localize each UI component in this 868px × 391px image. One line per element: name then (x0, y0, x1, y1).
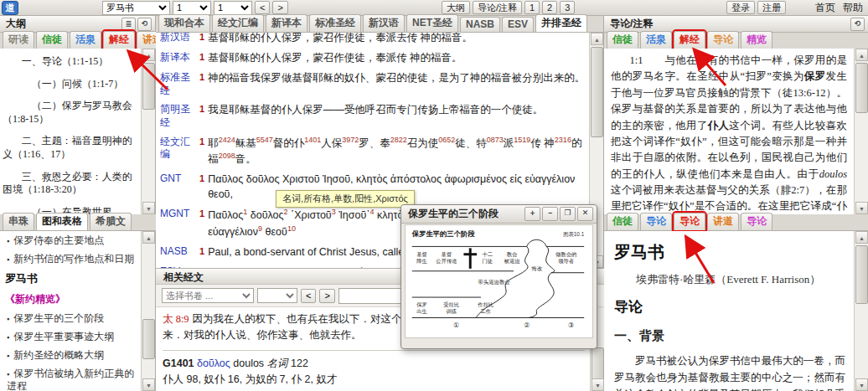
register-button[interactable]: 注册 (757, 1, 786, 14)
bible-version-tab[interactable]: NET圣经 (406, 14, 458, 32)
bible-version-tab[interactable]: 现和合本 (158, 14, 210, 32)
restore-icon[interactable]: ❐ (560, 207, 576, 221)
scroll-up-icon[interactable]: ▲ (855, 231, 868, 244)
scroll-up-icon[interactable]: ▲ (142, 231, 155, 244)
home-link[interactable]: 首页 (815, 1, 835, 15)
book-select[interactable]: 罗马书 (102, 1, 170, 15)
related-prev-button[interactable]: < (301, 289, 316, 303)
chart-list-item[interactable]: 保罗生平的三个阶段 (7, 312, 140, 325)
bible-version-tab[interactable]: 经文汇编 (212, 14, 264, 32)
diagram-label: 十二 (482, 251, 493, 257)
help-link[interactable]: 帮助 (843, 1, 863, 15)
outline-view-button[interactable]: 大纲 (442, 1, 470, 14)
related-chapter-select[interactable] (257, 288, 297, 303)
charts-series-title[interactable]: 《新约精览》 (5, 292, 140, 306)
commentary-tab[interactable]: 解经 (674, 31, 705, 49)
list-icon[interactable]: ≣ (121, 18, 136, 31)
charts-scrollbar[interactable]: ▲ ▼ (141, 231, 155, 391)
outline-tab[interactable]: 研读 (3, 31, 34, 49)
chart-list-item[interactable]: 新约圣经的概略大纲 (7, 349, 140, 362)
outline-tab[interactable]: 解经 (103, 31, 135, 49)
minimize-icon[interactable]: － (542, 207, 558, 221)
scroll-down-icon[interactable]: ▼ (142, 378, 155, 391)
commentary-scrollbar[interactable]: ▲ ▼ (854, 49, 868, 214)
outline-scrollbar[interactable]: ▲ ▼ (141, 49, 155, 214)
chart-list-item[interactable]: 保罗生平重要事迹大纲 (7, 331, 140, 343)
bible-version-label[interactable]: 标准圣经 (160, 70, 199, 97)
verse-number: 1 (199, 244, 204, 260)
outline-tab[interactable]: 信徒 (36, 31, 68, 49)
scroll-down-icon[interactable]: ▼ (855, 202, 868, 214)
float-window-titlebar[interactable]: 保罗生平的三个阶段 ＋ － ❐ ✕ (401, 205, 597, 224)
bible-version-label[interactable]: 经文汇编 (160, 135, 199, 167)
outline-item[interactable]: 二、主题：福音显明神的义（1:16、17） (3, 135, 140, 161)
stage-number: ③ (568, 322, 574, 329)
login-button[interactable]: 登录 (726, 1, 755, 14)
introduction-scrollbar[interactable]: ▲ ▼ (854, 231, 868, 391)
chart-list-item[interactable]: 新约书信的写作地点和日期 (7, 253, 140, 265)
scroll-down-icon[interactable]: ▼ (855, 378, 868, 391)
bible-version-label[interactable]: 新译本 (160, 50, 199, 65)
bible-version-label[interactable]: NASB (160, 244, 199, 260)
outline-item[interactable]: 一、导论（1:1-15） (3, 55, 140, 69)
scroll-up-icon[interactable]: ▲ (591, 33, 603, 45)
refresh-icon[interactable]: ⟲ (850, 18, 865, 31)
bible-version-label[interactable]: 新汉语 (160, 33, 199, 45)
bible-version-tab[interactable]: NASB (460, 17, 500, 32)
scrollbar-thumb[interactable] (142, 63, 155, 110)
charts-tab[interactable]: 希腊文 (90, 213, 132, 230)
bible-version-label[interactable]: 简明圣经 (160, 102, 199, 129)
commentary-tab[interactable]: 活泉 (640, 31, 672, 49)
introduction-tab[interactable]: 导论 (674, 213, 705, 230)
scroll-up-icon[interactable]: ▲ (142, 49, 155, 61)
introduction-tab[interactable]: 导论 (741, 213, 772, 230)
next-chapter-button[interactable]: > (272, 1, 287, 14)
verse-number: 1 (199, 135, 204, 167)
app-logo[interactable]: 道 (2, 1, 18, 15)
bible-version-tab[interactable]: ESV (502, 17, 534, 32)
prev-chapter-button[interactable]: < (255, 1, 270, 14)
scroll-down-icon[interactable]: ▼ (592, 378, 604, 391)
scrollbar-thumb[interactable] (855, 63, 868, 113)
scroll-up-icon[interactable]: ▲ (855, 49, 868, 61)
introduction-tab[interactable]: 信徒 (607, 213, 638, 230)
layout-3-button[interactable]: 3 (560, 1, 575, 14)
layout-1-button[interactable]: 1 (524, 1, 540, 14)
commentary-tab[interactable]: 精览 (741, 31, 772, 49)
verse-select[interactable]: 1 (214, 1, 252, 15)
layout-2-button[interactable]: 2 (542, 1, 557, 14)
outline-tab[interactable]: 活泉 (70, 31, 101, 49)
introduction-tab[interactable]: 讲道 (707, 213, 739, 230)
diagram-label: 训练 (446, 308, 457, 314)
refresh-icon[interactable]: ⟲ (137, 18, 152, 31)
verse-reference[interactable]: 太 8:9 (163, 313, 189, 325)
bible-version-tab[interactable]: 标准圣经 (309, 14, 361, 32)
charts-tab[interactable]: 串珠 (3, 213, 34, 230)
related-next-button[interactable]: > (319, 289, 334, 303)
bible-version-tab[interactable]: 并排圣经 (535, 14, 587, 32)
commentary-tab[interactable]: 信徒 (607, 31, 638, 49)
zoom-in-icon[interactable]: ＋ (524, 207, 540, 221)
bible-version-tab[interactable]: 新译本 (266, 14, 307, 32)
bible-version-label[interactable]: MGNT (160, 207, 199, 239)
outline-item[interactable]: （一）问候（1:1-7） (3, 78, 140, 91)
chapter-select[interactable]: 1 (173, 1, 211, 15)
outline-item[interactable]: 三、救恩之必要：人类的困境（1:18-3:20） (3, 171, 140, 197)
close-icon[interactable]: ✕ (577, 207, 593, 221)
scrollbar-thumb[interactable] (591, 47, 603, 137)
chart-float-window[interactable]: 保罗生平的三个阶段 ＋ － ❐ ✕ 保罗生平的三个阶段 图表10.1 (400, 204, 597, 349)
chart-list-item[interactable]: 保罗书信被纳入新约正典的进程 (7, 368, 140, 391)
scrollbar-thumb[interactable] (855, 245, 868, 304)
bible-version-tab[interactable]: 新汉语 (363, 14, 405, 32)
intro-view-button[interactable]: 导论/注释 (473, 1, 522, 14)
bible-version-label[interactable]: GNT (160, 172, 199, 202)
scroll-down-icon[interactable]: ▼ (142, 202, 155, 214)
charts-tab[interactable]: 图和表格 (36, 213, 88, 230)
commentary-tab[interactable]: 导论 (707, 31, 739, 49)
chart-list-item[interactable]: 保罗侍奉的主要地点 (7, 234, 140, 247)
outline-item[interactable]: （二）保罗与罗马教会（1:8-15） (3, 100, 140, 126)
scrollbar-thumb[interactable] (142, 319, 155, 359)
introduction-tab[interactable]: 导论 (640, 213, 672, 230)
related-book-select[interactable]: 选择书卷 ... (162, 288, 254, 303)
verse-number: 1 (199, 50, 204, 65)
